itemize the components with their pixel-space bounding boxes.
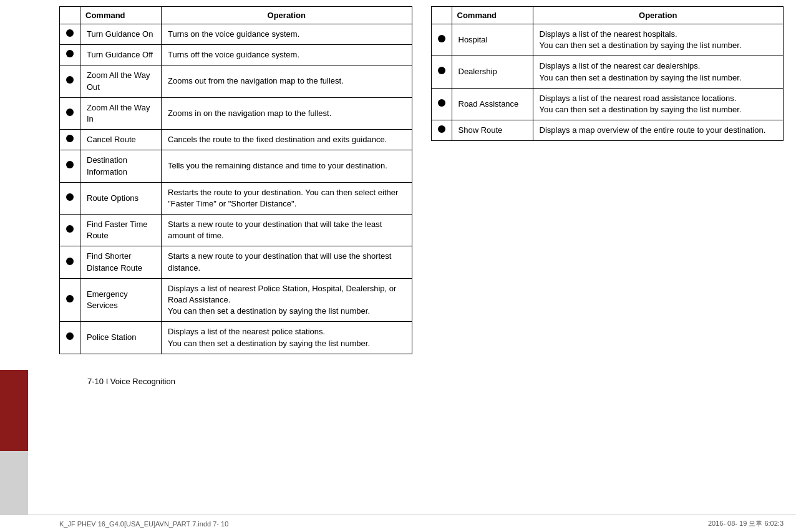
operation-cell: Turns off the voice guidance system. xyxy=(162,45,412,65)
bullet-icon xyxy=(66,193,74,201)
table-row: HospitalDisplays a list of the nearest h… xyxy=(431,24,784,56)
left-table: Command Operation Turn Guidance OnTurns … xyxy=(59,6,412,354)
operation-cell: Displays a list of the nearest road assi… xyxy=(533,88,784,120)
command-cell: Hospital xyxy=(452,24,533,56)
bullet-icon xyxy=(438,125,445,133)
command-cell: Destination Information xyxy=(80,150,162,182)
sidebar-top xyxy=(0,0,28,370)
operation-cell: Starts a new route to your destination t… xyxy=(162,246,412,278)
table-row: Destination InformationTells you the rem… xyxy=(60,150,412,182)
bullet-cell xyxy=(60,182,80,214)
bullet-icon xyxy=(438,99,445,107)
command-cell: Route Options xyxy=(80,182,162,214)
bullet-icon xyxy=(438,35,445,42)
tables-row: Command Operation Turn Guidance OnTurns … xyxy=(28,0,796,360)
table-row: Road AssistanceDisplays a list of the ne… xyxy=(431,88,784,120)
page-label: 7-10 I Voice Recognition xyxy=(87,377,175,386)
table-row: Show RouteDisplays a map overview of the… xyxy=(431,120,784,141)
bullet-icon xyxy=(66,295,74,302)
right-table-section: Command Operation HospitalDisplays a lis… xyxy=(431,6,784,354)
operation-cell: Displays a map overview of the entire ro… xyxy=(533,120,784,141)
command-cell: Zoom All the Way Out xyxy=(80,65,162,97)
operation-cell: Displays a list of the nearest hospitals… xyxy=(533,24,784,56)
bullet-icon xyxy=(66,258,74,265)
command-cell: Turn Guidance Off xyxy=(80,45,162,65)
operation-cell: Starts a new route to your destination t… xyxy=(162,215,412,246)
bullet-icon xyxy=(66,50,74,57)
table-row: Zoom All the Way OutZooms out from the n… xyxy=(60,65,412,97)
bullet-cell xyxy=(60,130,80,150)
operation-cell: Displays a list of the nearest police st… xyxy=(162,322,412,354)
operation-cell: Turns on the voice guidance system. xyxy=(162,24,412,45)
bullet-icon xyxy=(66,109,74,116)
bullet-cell xyxy=(60,215,80,246)
bullet-cell xyxy=(60,246,80,278)
operation-cell: Cancels the route to the fixed destinati… xyxy=(162,130,412,150)
sidebar-left xyxy=(0,0,28,532)
bullet-cell xyxy=(431,120,452,141)
left-table-section: Command Operation Turn Guidance OnTurns … xyxy=(59,6,412,354)
table-row: DealershipDisplays a list of the nearest… xyxy=(431,56,784,88)
bullet-icon xyxy=(66,76,74,84)
bullet-cell xyxy=(60,45,80,65)
left-table-header-command: Command xyxy=(80,7,162,24)
operation-cell: Zooms out from the navigation map to the… xyxy=(162,65,412,97)
command-cell: Road Assistance xyxy=(452,88,533,120)
date-info: 2016- 08- 19 오후 6:02:3 xyxy=(708,519,784,528)
table-row: Cancel RouteCancels the route to the fix… xyxy=(60,130,412,150)
right-table: Command Operation HospitalDisplays a lis… xyxy=(431,6,784,141)
right-table-header-command: Command xyxy=(452,7,533,24)
bullet-cell xyxy=(431,24,452,56)
bullet-cell xyxy=(60,150,80,182)
command-cell: Zoom All the Way In xyxy=(80,97,162,129)
bullet-icon xyxy=(66,332,74,340)
command-cell: Emergency Services xyxy=(80,278,162,322)
table-row: Police StationDisplays a list of the nea… xyxy=(60,322,412,354)
command-cell: Cancel Route xyxy=(80,130,162,150)
bullet-cell xyxy=(431,56,452,88)
bullet-cell xyxy=(60,322,80,354)
right-table-header-bullet xyxy=(431,7,452,24)
print-info: K_JF PHEV 16_G4.0[USA_EU]AVN_PART 7.indd… xyxy=(59,520,228,528)
footer-bar: 7-10 I Voice Recognition xyxy=(28,373,796,390)
page-container: Command Operation Turn Guidance OnTurns … xyxy=(0,0,796,532)
operation-cell: Restarts the route to your destination. … xyxy=(162,182,412,214)
table-row: Turn Guidance OffTurns off the voice gui… xyxy=(60,45,412,65)
sidebar-mid xyxy=(0,370,28,451)
bullet-icon xyxy=(66,161,74,168)
left-table-header-operation: Operation xyxy=(162,7,412,24)
table-row: Emergency ServicesDisplays a list of nea… xyxy=(60,278,412,322)
command-cell: Police Station xyxy=(80,322,162,354)
main-content: Command Operation Turn Guidance OnTurns … xyxy=(28,0,796,390)
operation-cell: Displays a list of nearest Police Statio… xyxy=(162,278,412,322)
bullet-cell xyxy=(60,24,80,45)
bullet-cell xyxy=(60,97,80,129)
bullet-icon xyxy=(66,225,74,233)
table-row: Find Shorter Distance RouteStarts a new … xyxy=(60,246,412,278)
operation-cell: Tells you the remaining distance and tim… xyxy=(162,150,412,182)
command-cell: Find Shorter Distance Route xyxy=(80,246,162,278)
table-row: Find Faster Time RouteStarts a new route… xyxy=(60,215,412,246)
command-cell: Find Faster Time Route xyxy=(80,215,162,246)
command-cell: Show Route xyxy=(452,120,533,141)
table-row: Route OptionsRestarts the route to your … xyxy=(60,182,412,214)
bottom-bar: K_JF PHEV 16_G4.0[USA_EU]AVN_PART 7.indd… xyxy=(0,515,796,532)
right-table-header-operation: Operation xyxy=(533,7,784,24)
bullet-icon xyxy=(66,135,74,142)
bullet-icon xyxy=(438,67,445,74)
table-row: Zoom All the Way InZooms in on the navig… xyxy=(60,97,412,129)
bullet-icon xyxy=(66,29,74,37)
table-row: Turn Guidance OnTurns on the voice guida… xyxy=(60,24,412,45)
bullet-cell xyxy=(60,65,80,97)
left-table-header-bullet xyxy=(60,7,80,24)
bullet-cell xyxy=(431,88,452,120)
command-cell: Dealership xyxy=(452,56,533,88)
operation-cell: Displays a list of the nearest car deale… xyxy=(533,56,784,88)
command-cell: Turn Guidance On xyxy=(80,24,162,45)
operation-cell: Zooms in on the navigation map to the fu… xyxy=(162,97,412,129)
bullet-cell xyxy=(60,278,80,322)
